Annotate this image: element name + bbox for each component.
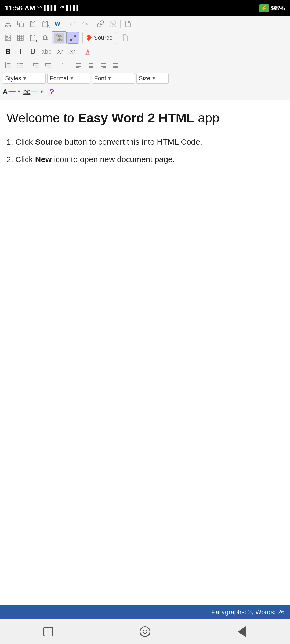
svg-text:1: 1 xyxy=(5,62,6,64)
styles-chevron: ▼ xyxy=(22,76,27,81)
svg-rect-45 xyxy=(103,65,106,65)
format-chevron: ▼ xyxy=(70,76,74,81)
title-normal: Welcome to xyxy=(6,111,78,125)
list-item-1-post: button to convert this into HTML Code. xyxy=(62,137,202,146)
svg-rect-2 xyxy=(20,23,23,27)
copy-format-button[interactable]: A xyxy=(27,32,39,44)
nav-circle-icon xyxy=(140,626,150,637)
image-button[interactable] xyxy=(2,32,14,44)
separator-4 xyxy=(81,34,81,42)
nav-back-button[interactable] xyxy=(234,624,250,640)
maximize-button[interactable] xyxy=(67,32,79,44)
align-left-button[interactable] xyxy=(73,59,85,71)
svg-rect-4 xyxy=(44,21,46,22)
separator-2 xyxy=(93,20,93,28)
toolbar-row-1: A W ↩ ↪ xyxy=(2,17,288,31)
list-item-1-pre: Click xyxy=(15,137,35,146)
svg-point-29 xyxy=(17,67,19,68)
list-item-2: 2. Click New icon to open new document p… xyxy=(6,153,284,165)
youtube-button[interactable]: YouTube xyxy=(52,31,67,44)
list-item-1-number: 1. xyxy=(6,137,15,146)
html5-icon: ❥ xyxy=(86,34,92,42)
status-bottom: Paragraphs: 3, Words: 26 xyxy=(0,605,290,619)
cut-button[interactable] xyxy=(2,18,14,30)
dropdown-row: Styles ▼ Format ▼ Font ▼ Size ▼ xyxy=(2,72,288,85)
bold-button[interactable]: B xyxy=(2,46,14,58)
format-label: Format xyxy=(50,75,68,82)
redo-button[interactable]: ↪ xyxy=(79,18,91,30)
source-button[interactable]: ❥ Source xyxy=(82,32,116,44)
svg-rect-47 xyxy=(103,67,106,68)
copy-button[interactable] xyxy=(15,18,26,30)
battery-icon: ⚡ xyxy=(259,4,269,12)
bulleted-list-button[interactable] xyxy=(15,59,26,71)
new-doc-button[interactable] xyxy=(122,18,134,30)
font-chevron: ▼ xyxy=(107,76,112,81)
separator-8 xyxy=(56,61,56,69)
special-char-button[interactable]: Ω xyxy=(39,32,51,44)
svg-rect-51 xyxy=(113,67,118,68)
strikethrough-button[interactable]: abc xyxy=(39,46,54,58)
font-dropdown[interactable]: Font ▼ xyxy=(92,73,135,84)
status-left: 11:56 AM ᵛᵒ ▌▌▌▌ ᵛᵒ ▌▌▌▌ xyxy=(5,4,80,12)
svg-rect-38 xyxy=(76,66,81,67)
nav-home-button[interactable] xyxy=(137,624,153,640)
paste-button[interactable] xyxy=(27,18,39,30)
list-item-2-number: 2. xyxy=(6,155,15,164)
indent-button[interactable] xyxy=(42,59,54,71)
subscript-button[interactable]: X2 xyxy=(54,46,66,58)
numbered-list-button[interactable]: 1 2 3 xyxy=(2,59,14,71)
editor-content[interactable]: Welcome to Easy Word 2 HTML app 1. Click… xyxy=(0,100,290,605)
nav-back-icon xyxy=(238,626,246,637)
nav-bar xyxy=(0,619,290,644)
nav-square-button[interactable] xyxy=(40,624,56,640)
align-right-button[interactable] xyxy=(97,59,109,71)
list-item-2-post: icon to open new document page. xyxy=(52,155,175,164)
font-color-button[interactable]: A ▼ xyxy=(3,88,21,96)
toolbar-row-2: A Ω YouTube ❥ Source xyxy=(2,31,288,45)
underline-button[interactable]: U xyxy=(27,46,39,58)
separator-3 xyxy=(120,20,121,28)
blank-doc-button[interactable] xyxy=(119,32,131,44)
sim2-icon: ᵛᵒ xyxy=(60,5,64,11)
styles-dropdown[interactable]: Styles ▼ xyxy=(3,73,46,84)
toolbar-row-3: B I U abc X2 X2 xyxy=(2,45,288,58)
list-item-2-pre: Click xyxy=(15,155,35,164)
blockquote-button[interactable]: " xyxy=(57,59,69,71)
nav-square-icon xyxy=(44,627,53,636)
paste-word-button[interactable]: W xyxy=(52,18,63,30)
title-bold: Easy Word 2 HTML xyxy=(78,111,194,125)
source-label: Source xyxy=(94,34,113,41)
svg-point-1 xyxy=(9,25,11,27)
svg-point-27 xyxy=(17,63,19,64)
help-button[interactable]: ? xyxy=(46,86,58,98)
unlink-button[interactable] xyxy=(107,18,119,30)
list-item-1: 1. Click Source button to convert this i… xyxy=(6,136,284,148)
justify-button[interactable] xyxy=(110,59,122,71)
svg-rect-44 xyxy=(101,63,106,64)
align-center-button[interactable] xyxy=(85,59,97,71)
undo-button[interactable]: ↩ xyxy=(67,18,79,30)
table-button[interactable] xyxy=(15,32,26,44)
svg-rect-46 xyxy=(101,66,106,67)
italic-button[interactable]: I xyxy=(15,46,26,58)
svg-rect-43 xyxy=(89,67,93,68)
remove-format-button[interactable] xyxy=(82,46,94,58)
svg-point-7 xyxy=(6,36,8,37)
superscript-button[interactable]: X2 xyxy=(67,46,78,58)
status-bar: 11:56 AM ᵛᵒ ▌▌▌▌ ᵛᵒ ▌▌▌▌ ⚡ 98% xyxy=(0,0,290,16)
toolbar-area: A W ↩ ↪ xyxy=(0,16,290,100)
format-dropdown[interactable]: Format ▼ xyxy=(47,73,90,84)
word-count: Paragraphs: 3, Words: 26 xyxy=(211,608,285,616)
list-item-2-bold: New xyxy=(35,155,52,164)
size-dropdown[interactable]: Size ▼ xyxy=(136,73,169,84)
link-button[interactable] xyxy=(95,18,106,30)
svg-text:2: 2 xyxy=(5,64,6,66)
paste-text-button[interactable]: A xyxy=(39,18,51,30)
svg-rect-49 xyxy=(113,65,118,65)
svg-rect-37 xyxy=(76,65,79,65)
outdent-button[interactable] xyxy=(30,59,42,71)
highlight-color-button[interactable]: ab ▼ xyxy=(23,88,44,96)
svg-rect-36 xyxy=(76,63,81,64)
color-row: A ▼ ab ▼ ? xyxy=(2,85,288,99)
